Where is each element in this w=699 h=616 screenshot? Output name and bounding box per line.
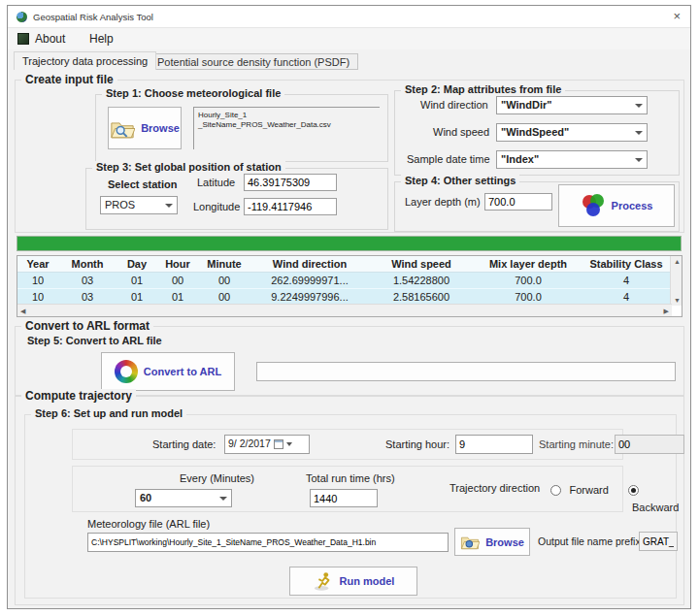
column-header[interactable]: Year [17,256,58,273]
met-data-table: YearMonthDayHourMinuteWind directionWind… [17,255,682,317]
station-select[interactable]: PROS [100,196,178,214]
table-cell: 00 [198,289,250,305]
starting-minute-field [615,435,684,454]
starting-date-picker[interactable]: 9/ 2/2017 [224,435,310,454]
table-cell: 262.69999971... [250,273,369,288]
latitude-field[interactable] [244,174,337,191]
met-table-body: 1003010000262.69999971...1.54228800700.0… [17,273,682,306]
met-file-path-field[interactable] [87,533,449,552]
starting-date-value: 9/ 2/2017 [228,438,271,449]
column-header[interactable]: Month [58,256,116,273]
browse-arl-file-button[interactable]: Browse [454,528,530,556]
scroll-left-icon[interactable]: ◀ [20,308,25,314]
total-run-time-label: Total run time (hrs) [306,472,395,484]
column-header[interactable]: Hour [157,256,198,273]
chevron-down-icon [635,104,643,108]
starting-hour-field[interactable] [455,435,533,454]
column-header[interactable]: Wind speed [369,256,474,273]
wind-direction-select[interactable]: "WindDir" [496,96,648,114]
starting-hour-label: Starting hour: [385,438,449,450]
convert-arl-group: Convert to ARL format Step 5: Convert to… [15,326,684,396]
step6-group: Step 6: Set up and run model Starting da… [24,414,677,599]
step3-title: Step 3: Set global position of station [92,161,285,173]
wind-speed-select[interactable]: "WindSpeed" [496,123,648,142]
table-cell: 10 [17,289,58,305]
backward-radio[interactable]: Backward [628,480,679,515]
table-cell: 01 [157,289,198,305]
convert-progress-bar [256,362,676,381]
table-cell: 03 [58,273,116,288]
table-vertical-scrollbar[interactable]: ▲ ▼ [670,256,682,306]
process-label: Process [612,200,653,211]
table-cell: 2.58165600 [369,289,474,305]
browse-arl-file-label: Browse [485,536,524,548]
step3-group: Step 3: Set global position of station S… [85,168,388,230]
forward-radio[interactable]: Forward [550,480,609,498]
output-prefix-label: Output file name prefix [538,535,641,547]
table-horizontal-scrollbar[interactable]: ◀ ▶ [17,304,672,316]
wind-speed-value: "WindSpeed" [501,126,569,138]
chevron-down-icon [219,497,227,501]
folder-search-icon [110,118,135,139]
scroll-down-icon[interactable]: ▼ [674,297,681,304]
starting-minute-label: Starting minute: [539,438,614,450]
process-button[interactable]: Process [558,184,675,227]
starting-date-label: Starting date: [152,438,216,450]
station-value: PROS [105,199,135,211]
table-cell: 01 [116,289,157,305]
menu-bar: About Help [8,28,690,49]
layer-depth-field[interactable] [484,193,552,211]
scroll-right-icon[interactable]: ▶ [664,308,669,314]
table-cell: 10 [17,273,58,288]
total-run-time-field[interactable] [310,489,378,507]
sample-date-time-value: "Index" [501,153,539,165]
table-cell: 1.54228800 [369,273,474,288]
chevron-down-icon [635,158,643,162]
convert-to-arl-button[interactable]: Convert to ARL [101,352,235,391]
backward-label: Backward [632,502,679,513]
table-cell: 01 [116,273,157,288]
longitude-field[interactable] [244,198,337,215]
run-model-label: Run model [340,575,395,587]
column-header[interactable]: Wind direction [250,256,369,273]
calendar-icon [274,439,283,449]
table-cell: 700.0 [474,273,582,288]
run-settings-row: Every (Minutes) 60 Total run time (hrs) … [72,466,623,512]
table-cell: 4 [582,273,670,288]
step1-title: Step 1: Choose meteorological file [102,87,284,99]
app-icon [17,12,27,22]
run-model-button[interactable]: Run model [289,567,417,596]
table-row[interactable]: 1003010000262.69999971...1.54228800700.0… [17,273,682,289]
every-minutes-label: Every (Minutes) [180,472,254,484]
table-cell: 700.0 [474,289,582,305]
tab-trajectory-data-processing[interactable]: Trajectory data processing [14,51,156,70]
chevron-down-icon [286,442,292,446]
runner-icon [313,570,334,592]
column-header[interactable]: Stability Class [582,256,670,273]
column-header[interactable]: Day [116,256,157,273]
folder-search-icon [460,534,480,550]
title-bar: Geospatial Risk Analysis Tool × [8,6,690,28]
scroll-up-icon[interactable]: ▲ [674,258,681,265]
app-window: Geospatial Risk Analysis Tool × About He… [7,5,691,609]
trajectory-direction-label: Trajectory direction [449,482,540,494]
wind-speed-label: Wind speed [433,126,489,138]
met-table-header: YearMonthDayHourMinuteWind directionWind… [17,256,682,273]
create-input-group: Create input file Step 1: Choose meteoro… [15,80,684,233]
tab-psdf[interactable]: Potential source density function (PSDF) [149,53,358,70]
column-header[interactable]: Minute [198,256,250,273]
window-title: Geospatial Risk Analysis Tool [33,12,153,22]
close-icon[interactable]: × [673,9,681,23]
sample-date-time-select[interactable]: "Index" [496,150,648,169]
output-prefix-field[interactable] [639,532,678,551]
menu-item-about[interactable]: About [35,32,65,46]
browse-met-file-button[interactable]: Browse [108,107,182,149]
step6-title: Step 6: Set up and run model [31,407,186,419]
table-cell: 00 [157,273,198,288]
convert-to-arl-label: Convert to ARL [144,366,221,377]
menu-item-help[interactable]: Help [89,32,114,46]
column-header[interactable]: Mix layer depth [474,256,582,273]
create-input-title: Create input file [21,73,117,86]
step4-title: Step 4: Other settings [401,175,519,186]
every-minutes-select[interactable]: 60 [135,489,232,507]
